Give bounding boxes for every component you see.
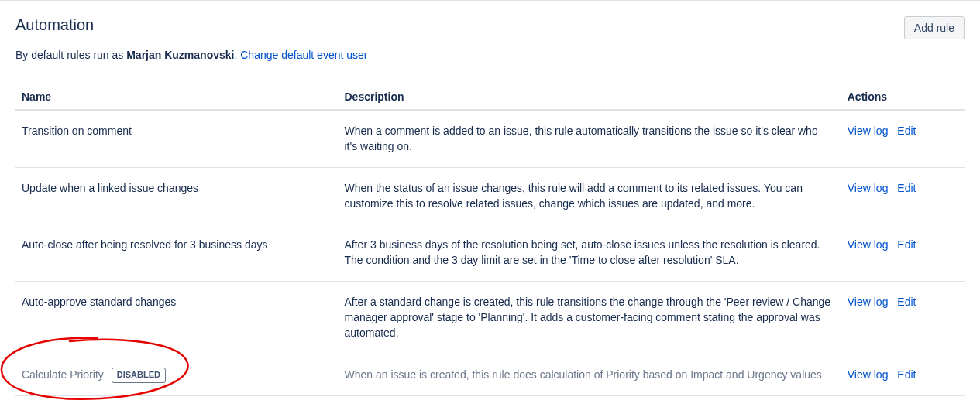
column-header-actions: Actions — [841, 84, 965, 110]
rule-description: When an issue is created, this rule does… — [339, 354, 841, 395]
view-log-link[interactable]: View log — [848, 238, 889, 251]
subheader: By default rules run as Marjan Kuzmanovs… — [15, 49, 965, 61]
table-row: Transition on comment When a comment is … — [15, 110, 965, 167]
edit-link[interactable]: Edit — [897, 368, 916, 381]
table-row: Auto-approve standard changes After a st… — [15, 281, 965, 354]
edit-link[interactable]: Edit — [897, 182, 916, 194]
rule-name: Auto-close after being resolved for 3 bu… — [15, 224, 339, 282]
default-user-name: Marjan Kuzmanovski — [126, 49, 234, 61]
rule-name: Calculate Priority — [22, 368, 104, 381]
view-log-link[interactable]: View log — [848, 125, 889, 137]
view-log-link[interactable]: View log — [848, 368, 889, 381]
rule-name: Transition on comment — [15, 110, 339, 167]
rule-description: When the status of an issue changes, thi… — [339, 167, 841, 224]
view-log-link[interactable]: View log — [848, 296, 889, 308]
edit-link[interactable]: Edit — [897, 238, 916, 251]
rule-name: Update when a linked issue changes — [15, 167, 339, 224]
view-log-link[interactable]: View log — [848, 182, 889, 194]
table-row: Update when a linked issue changes When … — [15, 167, 965, 224]
rule-name: Auto-approve standard changes — [15, 281, 339, 354]
page-title: Automation — [15, 16, 94, 34]
subheader-prefix: By default rules run as — [15, 49, 126, 61]
edit-link[interactable]: Edit — [897, 125, 916, 137]
change-default-user-link[interactable]: Change default event user — [240, 49, 367, 61]
rule-description: When a comment is added to an issue, thi… — [339, 110, 841, 167]
table-row: Calculate Priority DISABLED When an issu… — [15, 354, 965, 395]
disabled-badge: DISABLED — [112, 368, 166, 383]
rules-table: Name Description Actions Transition on c… — [15, 84, 965, 396]
table-row: Auto-close after being resolved for 3 bu… — [15, 224, 965, 282]
rule-description: After a standard change is created, this… — [339, 281, 841, 354]
rule-description: After 3 business days of the resolution … — [339, 224, 841, 282]
add-rule-button[interactable]: Add rule — [904, 16, 965, 39]
column-header-description: Description — [339, 84, 841, 110]
column-header-name: Name — [15, 84, 339, 110]
edit-link[interactable]: Edit — [897, 296, 916, 308]
